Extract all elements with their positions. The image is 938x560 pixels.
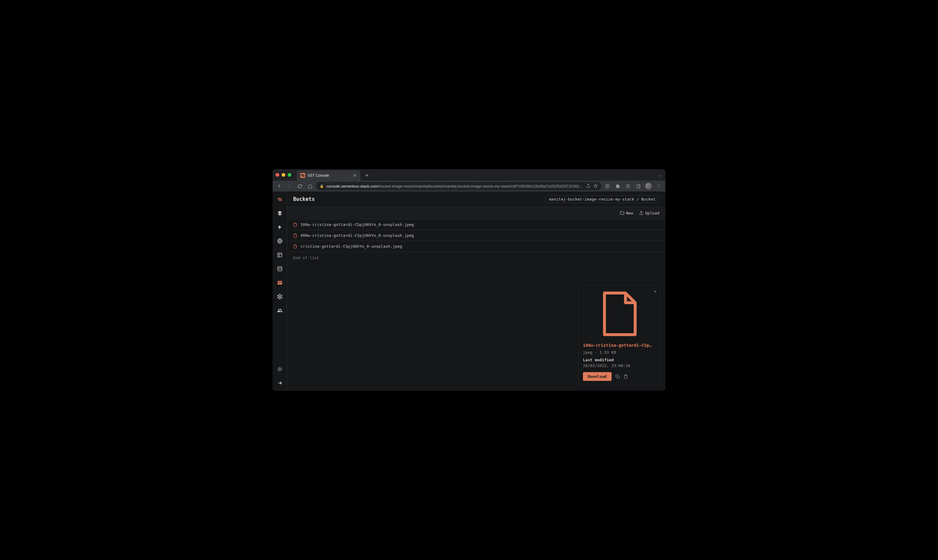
file-name: 100w-cristina-gottardi-CSpjU6hYo_0-unspl… [300, 222, 414, 227]
page-header: Buckets manitej-bucket-image-resize-my-s… [287, 191, 665, 206]
file-icon [293, 223, 297, 227]
file-preview-icon [583, 290, 655, 338]
sidebar-item-tables[interactable] [276, 251, 284, 259]
detail-filename: 100w-cristina-gottardi-CSp… [583, 343, 655, 348]
address-bar[interactable]: 🔒 console.serverless-stack.com/bucket-im… [316, 182, 601, 190]
menu-button[interactable] [655, 182, 663, 190]
svg-point-5 [658, 186, 659, 186]
svg-rect-9 [278, 253, 282, 257]
new-tab-button[interactable]: + [363, 171, 371, 179]
upload-icon [639, 211, 643, 215]
last-modified-label: Last modified [583, 358, 655, 362]
sidebar-item-logout[interactable] [276, 379, 284, 387]
browser-tab-bar: SST Console ✕ + ⌄ [273, 169, 665, 181]
breadcrumb[interactable]: manitej-bucket-image-resize-my-stack / B… [545, 195, 659, 203]
detail-meta: jpeg - 1.53 KB [583, 350, 655, 355]
browser-tab[interactable]: SST Console ✕ [297, 170, 360, 181]
svg-point-6 [658, 187, 659, 188]
incognito-icon[interactable] [603, 182, 611, 190]
page-title: Buckets [293, 196, 315, 202]
url-text: console.serverless-stack.com/bucket-imag… [327, 184, 584, 188]
svg-rect-28 [617, 376, 619, 378]
svg-point-17 [277, 297, 278, 298]
svg-point-13 [279, 294, 280, 294]
svg-point-19 [279, 368, 281, 370]
browser-toolbar: 🔒 console.serverless-stack.com/bucket-im… [273, 181, 665, 191]
file-row[interactable]: 100w-cristina-gottardi-CSpjU6hYo_0-unspl… [287, 219, 665, 230]
file-icon [293, 234, 297, 238]
sidebar [273, 191, 287, 391]
app-logo-icon[interactable] [276, 195, 284, 203]
svg-rect-2 [636, 184, 640, 188]
profile-avatar[interactable] [644, 182, 653, 190]
sidebar-item-buckets[interactable] [276, 278, 284, 287]
svg-point-15 [277, 295, 278, 296]
window-maximize-button[interactable] [288, 173, 291, 177]
svg-point-12 [278, 267, 282, 268]
file-detail-panel: ✕ 100w-cristina-gottardi-CSp… jpeg - 1.5… [578, 285, 660, 385]
detail-actions: Download [583, 372, 655, 381]
sidebar-item-rds[interactable] [276, 265, 284, 273]
end-of-list-label: End of list [287, 252, 665, 264]
tab-favicon-icon [300, 173, 305, 178]
extensions-icon[interactable] [613, 182, 622, 190]
close-panel-button[interactable]: ✕ [654, 288, 657, 294]
side-panel-icon[interactable] [634, 182, 642, 190]
back-button[interactable] [275, 182, 283, 190]
copy-icon [615, 374, 620, 379]
sidebar-item-graphql[interactable] [276, 292, 284, 301]
svg-point-16 [281, 295, 282, 296]
share-icon[interactable] [586, 184, 590, 189]
traffic-lights [276, 173, 291, 177]
reading-list-icon[interactable] [624, 182, 632, 190]
sidebar-item-api[interactable] [276, 237, 284, 245]
upload-button[interactable]: Upload [639, 211, 659, 215]
forward-button[interactable] [285, 182, 294, 190]
download-button[interactable]: Download [583, 372, 611, 381]
new-folder-label: New [626, 211, 633, 215]
tab-title: SST Console [308, 173, 351, 178]
file-row[interactable]: 400w-cristina-gottardi-CSpjU6hYo_0-unspl… [287, 230, 665, 241]
tab-close-button[interactable]: ✕ [353, 173, 357, 178]
upload-label: Upload [645, 211, 659, 215]
home-button[interactable] [306, 182, 314, 190]
svg-point-14 [279, 298, 280, 299]
trash-icon [624, 374, 628, 379]
file-name: cristina-gottardi-CSpjU6hYo_0-unsplash.j… [300, 244, 402, 249]
svg-point-4 [658, 185, 659, 185]
action-bar: New Upload [287, 206, 665, 219]
delete-button[interactable] [624, 374, 628, 379]
copy-button[interactable] [615, 374, 620, 379]
file-row[interactable]: cristina-gottardi-CSpjU6hYo_0-unsplash.j… [287, 241, 665, 252]
lock-icon: 🔒 [320, 184, 324, 188]
main-content: Buckets manitej-bucket-image-resize-my-s… [287, 191, 665, 391]
sidebar-item-cognito[interactable] [276, 306, 284, 315]
svg-point-18 [281, 297, 282, 298]
sidebar-item-theme[interactable] [276, 365, 284, 373]
sidebar-item-stacks[interactable] [276, 209, 284, 217]
sidebar-item-functions[interactable] [276, 223, 284, 231]
window-minimize-button[interactable] [282, 173, 285, 177]
app-body: Buckets manitej-bucket-image-resize-my-s… [273, 191, 665, 391]
reload-button[interactable] [296, 182, 304, 190]
svg-point-1 [607, 185, 608, 187]
last-modified-value: 29/03/2022, 23:08:18 [583, 363, 655, 368]
file-name: 400w-cristina-gottardi-CSpjU6hYo_0-unspl… [300, 233, 414, 238]
bookmark-icon[interactable] [593, 184, 598, 189]
file-icon [293, 245, 297, 249]
browser-window: SST Console ✕ + ⌄ 🔒 console.serverless-s… [273, 169, 665, 391]
new-folder-button[interactable]: New [620, 211, 633, 215]
tabs-dropdown-button[interactable]: ⌄ [658, 173, 661, 177]
folder-open-icon [620, 211, 624, 215]
window-close-button[interactable] [276, 173, 279, 177]
